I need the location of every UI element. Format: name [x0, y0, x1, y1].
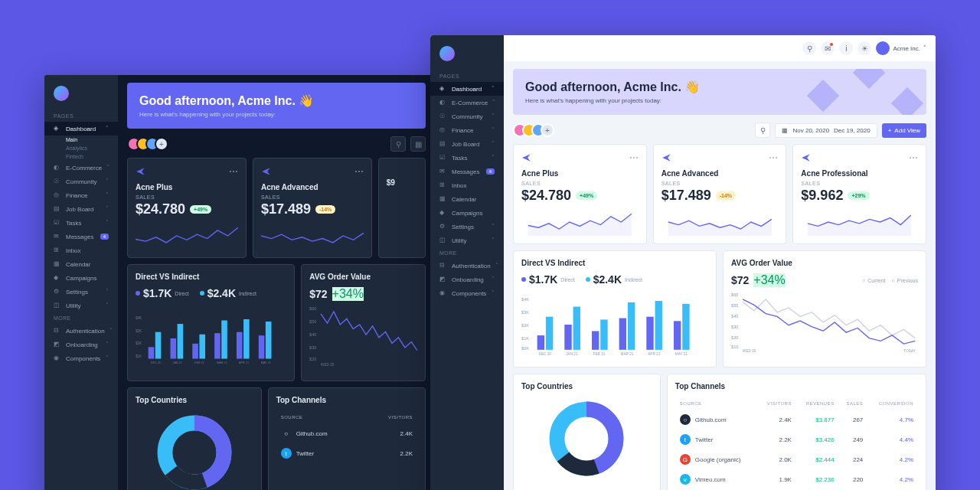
sidebar-item-settings[interactable]: ⚙Settings˅ [430, 220, 504, 234]
table-row[interactable]: ○Github.com2.4K [278, 424, 416, 443]
sidebar-item-dashboard[interactable]: ◈Dashboard˄ [44, 122, 118, 136]
svg-text:DEC 20: DEC 20 [151, 361, 161, 364]
add-view-button[interactable]: +Add View [882, 123, 926, 138]
sidebar-item-ecommerce[interactable]: ◐E-Commerce˅ [44, 161, 118, 175]
search-icon[interactable]: ⚲ [802, 41, 816, 55]
sidebar-item-jobboard[interactable]: ▤Job Board˅ [44, 202, 118, 216]
stat-card-plus: ⋯ Acne Plus Sales $24.780+49% [127, 158, 247, 258]
svg-rect-40 [592, 331, 599, 349]
sidebar-item-finance[interactable]: ◎Finance˅ [44, 188, 118, 202]
svg-text:APR 21: APR 21 [239, 361, 249, 364]
svg-text:$4K: $4K [136, 316, 142, 320]
svg-text:$4K: $4K [521, 297, 529, 302]
sidebar-item-utility[interactable]: ◫Utility˅ [430, 234, 504, 247]
svg-rect-43 [628, 302, 635, 350]
sidebar-item-auth[interactable]: ⊟Authentication˅ [44, 324, 118, 338]
donut-chart [152, 410, 237, 490]
svg-rect-47 [682, 304, 689, 350]
line-chart: $60$50$40$30$20 WED 20 [309, 301, 417, 370]
card-title: Top Channels [276, 396, 417, 404]
sidebar-item-messages[interactable]: ✉Messages4 [44, 230, 118, 243]
legend-current[interactable]: ○ Current [862, 278, 886, 283]
sidebar-sub-main[interactable]: Main [44, 136, 118, 144]
hero-banner: Good afternoon, Acme Inc. 👋 Here is what… [127, 83, 426, 129]
countries-card: Top Countries [127, 387, 262, 490]
sidebar-item-settings[interactable]: ⚙Settings˅ [44, 285, 118, 299]
svg-text:$3K: $3K [521, 310, 529, 315]
svg-text:MAR 21: MAR 21 [621, 352, 634, 356]
svg-text:$10: $10 [731, 345, 738, 349]
sidebar-item-jobboard[interactable]: ▤Job Board˅ [430, 137, 504, 151]
avatar-group[interactable]: + [127, 137, 168, 151]
sidebar-item-inbox[interactable]: ⊞Inbox [44, 243, 118, 257]
sidebar-item-calendar[interactable]: ▦Calendar [430, 192, 504, 206]
arrow-icon [662, 152, 672, 163]
avatar-group[interactable]: + [513, 123, 554, 137]
sidebar-item-onboarding[interactable]: ◩Onboarding˅ [430, 273, 504, 286]
sidebar-item-auth[interactable]: ⊟Authentication˅ [430, 259, 504, 273]
sidebar-item-tasks[interactable]: ☑Tasks˅ [430, 151, 504, 165]
sidebar-item-community[interactable]: ☉Community˅ [44, 175, 118, 188]
card-amount: $17.489 [662, 188, 711, 204]
arrow-icon [136, 166, 146, 177]
table-row[interactable]: tTwitter2.2K [278, 444, 416, 462]
sidebar-item-tasks[interactable]: ☑Tasks˅ [44, 216, 118, 230]
svg-text:$20: $20 [731, 335, 738, 340]
sidebar-item-onboarding[interactable]: ◩Onboarding˅ [44, 338, 118, 351]
card-menu-icon[interactable]: ⋯ [229, 166, 238, 177]
card-title: Acne Plus [521, 169, 639, 178]
svg-text:$2K: $2K [521, 323, 529, 328]
table-row[interactable]: tTwitter2.2K$3.4262494.4% [677, 430, 916, 449]
card-menu-icon[interactable]: ⋯ [354, 166, 364, 177]
calendar-icon[interactable]: ▦ [410, 136, 426, 152]
avg-pct: +34% [753, 273, 785, 287]
sidebar-item-utility[interactable]: ◫Utility˅ [44, 299, 118, 312]
card-amount: $24.780 [521, 188, 571, 204]
svg-rect-46 [674, 321, 681, 350]
card-menu-icon[interactable]: ⋯ [629, 152, 639, 163]
vimeo-icon: v [680, 474, 691, 485]
chat-icon[interactable]: ✉ [821, 41, 835, 55]
line-chart: $60$50$40$30$20$10 WED 20TODAY [731, 287, 918, 356]
date-range-picker[interactable]: ▦Nov 20, 2020Dec 19, 2020 [775, 123, 877, 138]
sidebar-item-finance[interactable]: ◎Finance˅ [430, 123, 504, 137]
sparkline-chart [521, 208, 639, 236]
sidebar-sub-analytics[interactable]: Analytics [44, 144, 118, 152]
sidebar-item-campaigns[interactable]: ◆Campaigns [430, 206, 504, 220]
card-menu-icon[interactable]: ⋯ [909, 152, 918, 163]
svg-rect-5 [155, 332, 162, 359]
sidebar-item-components[interactable]: ◉Components˅ [44, 351, 118, 365]
filter-icon[interactable]: ⚲ [390, 136, 406, 152]
svg-text:WED 20: WED 20 [743, 349, 756, 353]
card-pct: +49% [190, 205, 211, 214]
avg-order-card: AVG Order Value $72 +34% ○ Current○ Prev… [723, 250, 926, 368]
table-row[interactable]: GGoogle (organic)2.0K$2.4442244.2% [677, 450, 916, 469]
card-menu-icon[interactable]: ⋯ [769, 152, 778, 163]
sidebar-item-ecommerce[interactable]: ◐E-Commerce˅ [430, 96, 504, 109]
sidebar-item-community[interactable]: ☉Community˅ [430, 109, 504, 123]
channels-table: SourceVisitors ○Github.com2.4K tTwitter2… [276, 410, 417, 464]
table-row[interactable]: ○Github.com2.4K$3.8772674.7% [677, 410, 916, 429]
logo-icon [54, 86, 69, 101]
legend-previous[interactable]: ○ Previous [892, 278, 918, 283]
sidebar-sub-fintech[interactable]: Fintech [44, 152, 118, 161]
card-pct: +49% [576, 191, 597, 200]
table-row[interactable]: vVimeo.com1.9K$2.2362204.2% [677, 470, 916, 488]
user-menu[interactable]: Acme Inc.˅ [876, 41, 926, 55]
theme-toggle-icon[interactable]: ☀ [858, 41, 871, 55]
sidebar-item-calendar[interactable]: ▦Calendar [44, 257, 118, 271]
svg-rect-41 [600, 319, 607, 349]
svg-text:TODAY: TODAY [903, 349, 916, 353]
card-sub: Sales [521, 181, 639, 186]
sidebar-item-components[interactable]: ◉Components˅ [430, 286, 504, 300]
filter-icon[interactable]: ⚲ [755, 122, 770, 138]
svg-text:JAN 21: JAN 21 [566, 352, 578, 356]
info-icon[interactable]: i [839, 41, 853, 55]
svg-rect-9 [199, 335, 205, 359]
sidebar-item-dashboard[interactable]: ◈Dashboard˅ [430, 82, 504, 96]
sidebar-item-inbox[interactable]: ⊞Inbox [430, 178, 504, 192]
sidebar-item-campaigns[interactable]: ◆Campaigns [44, 271, 118, 285]
twitter-icon: t [680, 434, 691, 445]
card-pct: +29% [848, 191, 869, 200]
sidebar-item-messages[interactable]: ✉Messages4 [430, 165, 504, 178]
